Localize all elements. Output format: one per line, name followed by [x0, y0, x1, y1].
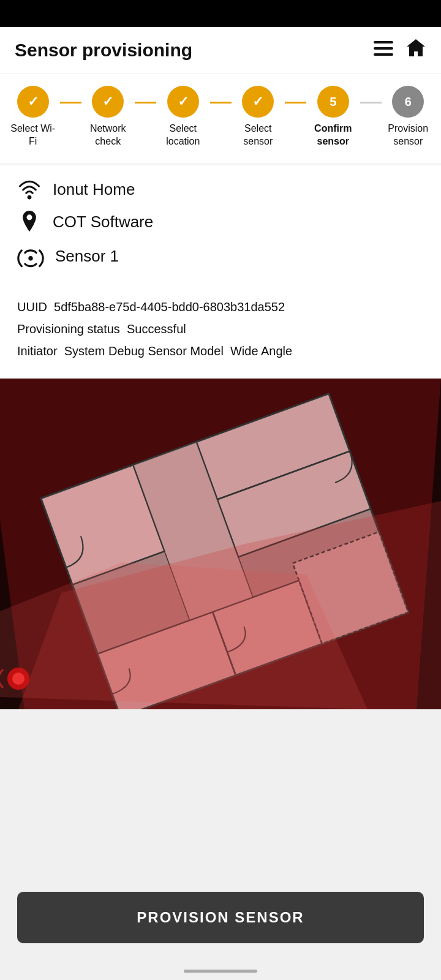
network-row: Ionut Home — [17, 180, 424, 200]
connector-4-5 — [285, 102, 306, 104]
step-2: ✓ Network check — [81, 86, 135, 148]
header-icons — [374, 38, 426, 62]
step-circle-6: 6 — [392, 86, 424, 118]
svg-rect-0 — [374, 41, 393, 43]
step-4: ✓ Select sensor — [232, 86, 285, 148]
step-6: 6 Provision sensor — [382, 86, 435, 148]
sensor-name: Sensor 1 — [55, 247, 119, 266]
step-circle-1: ✓ — [17, 86, 49, 118]
info-section: Ionut Home COT Software — [0, 165, 441, 294]
location-pin-icon — [17, 211, 42, 234]
initiator-model-line: Initiator System Debug Sensor Model Wide… — [17, 342, 424, 360]
step-5: 5 Confirm sensor — [306, 86, 360, 148]
bottom-bar: PROVISION SENSOR — [0, 880, 441, 962]
step-label-1: Select Wi-Fi — [7, 123, 59, 148]
stepper: ✓ Select Wi-Fi ✓ Network check ✓ Select … — [0, 74, 441, 163]
uuid-line: UUID 5df5ba88-e75d-4405-bdd0-6803b31da55… — [17, 298, 424, 316]
header: Sensor provisioning — [0, 27, 441, 74]
details-section: UUID 5df5ba88-e75d-4405-bdd0-6803b31da55… — [0, 294, 441, 379]
step-3: ✓ Select location — [156, 86, 210, 148]
hamburger-icon[interactable] — [374, 40, 393, 60]
location-name: COT Software — [53, 213, 153, 232]
location-row: COT Software — [17, 211, 424, 234]
step-1: ✓ Select Wi-Fi — [6, 86, 60, 148]
connector-1-2 — [60, 102, 81, 104]
network-name: Ionut Home — [53, 180, 135, 199]
step-circle-3: ✓ — [167, 86, 199, 118]
floorplan-container — [0, 379, 441, 709]
step-circle-2: ✓ — [92, 86, 124, 118]
svg-point-4 — [28, 256, 32, 260]
step-circle-5: 5 — [317, 86, 349, 118]
step-circle-4: ✓ — [242, 86, 274, 118]
sensor-row: Sensor 1 — [17, 245, 424, 268]
connector-2-3 — [135, 102, 156, 104]
connector-3-4 — [210, 102, 232, 104]
home-indicator — [0, 962, 441, 980]
wifi-icon — [17, 180, 42, 200]
step-label-3: Select location — [157, 123, 209, 148]
step-label-5: Confirm sensor — [307, 123, 359, 148]
svg-point-3 — [26, 214, 32, 220]
step-label-2: Network check — [82, 123, 134, 148]
status-bar — [0, 0, 441, 27]
page-title: Sensor provisioning — [15, 40, 192, 61]
home-icon[interactable] — [405, 38, 426, 62]
provisioning-status-line: Provisioning status Successful — [17, 320, 424, 338]
home-indicator-bar — [184, 970, 257, 973]
svg-rect-2 — [374, 53, 393, 56]
svg-rect-1 — [374, 47, 393, 50]
provision-sensor-button[interactable]: PROVISION SENSOR — [17, 892, 424, 943]
connector-5-6 — [360, 102, 382, 104]
step-label-6: Provision sensor — [382, 123, 434, 148]
sensor-radio-icon — [17, 245, 44, 268]
step-label-4: Select sensor — [232, 123, 284, 148]
content-spacer — [0, 709, 441, 880]
